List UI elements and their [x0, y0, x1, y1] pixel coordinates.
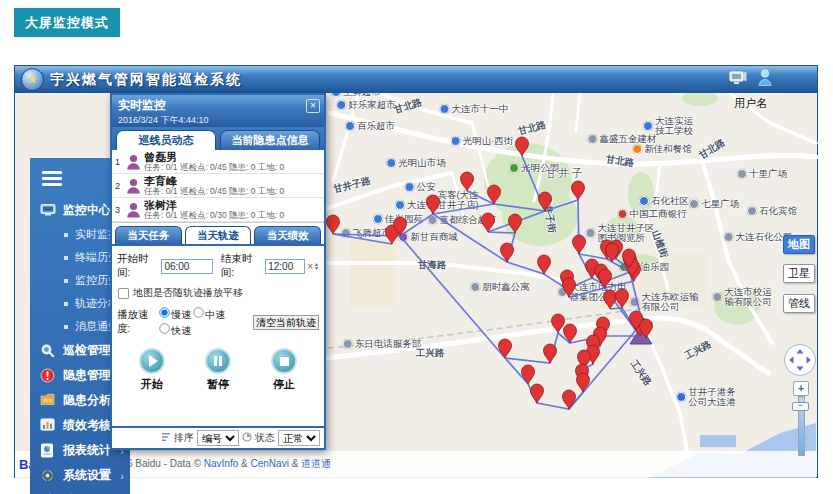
magnifier-icon	[40, 343, 57, 359]
speed-option-中速[interactable]: 中速	[192, 309, 225, 320]
sidebar-item-label: 系统设置	[63, 467, 111, 484]
screen-share-icon[interactable]	[728, 70, 748, 90]
sidebar-item-7[interactable]: 地图工具›	[30, 488, 130, 494]
stop-button[interactable]: 停止	[271, 348, 297, 392]
panel-sub-tab[interactable]: 当天轨迹	[185, 226, 252, 244]
clear-end-time-icon[interactable]: ×	[307, 261, 313, 272]
app-logo-icon: ★	[21, 68, 44, 91]
bullet-icon	[64, 302, 68, 306]
titlebar: ★ 宇兴燃气管网智能巡检系统	[15, 66, 817, 93]
sidebar-item-label: 监控中心	[63, 202, 111, 219]
sidebar-item-label: 隐患分析	[63, 392, 111, 409]
inspector-row[interactable]: 1曾磊男任务: 0/1 巡检点: 0/45 隐患: 0 工地: 0	[112, 150, 324, 174]
pause-icon[interactable]	[205, 348, 231, 374]
sidebar-item-label: 报表统计	[63, 442, 111, 459]
pan-with-track-checkbox[interactable]	[118, 287, 129, 298]
map-type-button-卫星[interactable]: 卫星	[783, 264, 815, 283]
end-time-input[interactable]	[265, 259, 305, 274]
inspector-list: 1曾磊男任务: 0/1 巡检点: 0/45 隐患: 0 工地: 02李育峰任务:…	[112, 150, 324, 223]
pause-button[interactable]: 暂停	[205, 348, 231, 392]
panel-sub-tab[interactable]: 当天绩效	[254, 226, 321, 244]
attribution-link-CenNavi[interactable]: CenNavi	[251, 458, 289, 469]
inspector-stats: 任务: 0/1 巡检点: 0/45 隐患: 0 工地: 0	[144, 163, 284, 172]
panel-sub-tabs: 当天任务当天轨迹当天绩效	[112, 223, 324, 246]
chevron-right-icon: ›	[120, 470, 124, 482]
inspector-stats: 任务: 0/1 巡检点: 0/45 隐患: 0 工地: 0	[144, 187, 284, 196]
panel-tab[interactable]: 巡线员动态	[116, 130, 216, 150]
sidebar-item-6[interactable]: 系统设置›	[30, 463, 130, 488]
inspector-name: 曾磊男	[144, 152, 284, 163]
inspector-name: 李育峰	[144, 176, 284, 187]
bullet-icon	[64, 279, 68, 283]
performance-icon	[40, 418, 57, 434]
gear-icon	[40, 468, 57, 484]
folder-icon	[40, 393, 57, 409]
speed-option-快速[interactable]: 快速	[158, 325, 191, 336]
inspector-index: 3	[115, 205, 123, 215]
control-label: 暂停	[205, 377, 231, 392]
sidebar-item-label: 巡检管理	[63, 342, 111, 359]
alert-icon	[40, 368, 57, 384]
panel-sub-tab[interactable]: 当天任务	[115, 226, 182, 244]
zoom-slider-handle[interactable]: −	[792, 402, 809, 411]
speed-radio[interactable]	[160, 323, 170, 333]
panel-header[interactable]: 实时监控 2016/3/24 下午4:44:10 ×	[112, 95, 324, 127]
person-icon	[126, 202, 141, 218]
playback-controls: 开始暂停停止	[117, 344, 319, 392]
report-icon	[40, 443, 57, 459]
panel-footer: 排序 编号 状态 正常	[112, 426, 324, 448]
control-label: 开始	[139, 377, 165, 392]
monitor-icon	[40, 203, 57, 219]
speed-label: 播放速度:	[117, 308, 158, 336]
attribution-link-NavInfo[interactable]: NavInfo	[204, 458, 238, 469]
app-title: 宇兴燃气管网智能巡检系统	[50, 71, 242, 89]
play-button[interactable]: 开始	[139, 348, 165, 392]
map-type-button-管线[interactable]: 管线	[783, 294, 815, 313]
bullet-icon	[64, 256, 68, 260]
clear-track-button[interactable]: 清空当前轨迹	[253, 315, 319, 330]
zoom-in-button[interactable]: +	[793, 381, 809, 396]
end-time-label: 结束时间:	[221, 252, 262, 280]
inspector-index: 1	[115, 157, 123, 167]
sort-label: 排序	[174, 431, 194, 445]
control-label: 停止	[271, 377, 297, 392]
close-icon[interactable]: ×	[306, 99, 320, 113]
menu-toggle-icon[interactable]	[42, 171, 62, 186]
panel-datetime: 2016/3/24 下午4:44:10	[118, 114, 318, 127]
time-spinner[interactable]: ▲▼	[314, 262, 319, 270]
sidebar-item-label: 隐患管理	[63, 367, 111, 384]
sidebar-item-label: 绩效考核	[63, 417, 111, 434]
bullet-icon	[64, 325, 68, 329]
attribution-link-道道通[interactable]: 道道通	[301, 458, 331, 469]
person-icon	[126, 178, 141, 194]
sort-select[interactable]: 编号	[197, 430, 239, 446]
username-label: 用户名	[734, 96, 767, 111]
panel-title: 实时监控	[118, 97, 318, 114]
stop-icon[interactable]	[271, 348, 297, 374]
speed-options: 慢速中速快速	[158, 306, 252, 338]
speed-option-慢速[interactable]: 慢速	[158, 309, 191, 320]
speed-radio[interactable]	[160, 307, 170, 317]
inspector-row[interactable]: 2李育峰任务: 0/1 巡检点: 0/45 隐患: 0 工地: 0	[112, 174, 324, 198]
status-icon	[242, 432, 252, 444]
screen: 大屏监控模式	[0, 0, 833, 494]
panel-tabs: 巡线员动态当前隐患点信息	[112, 127, 324, 150]
map-pan-control[interactable]	[783, 343, 817, 377]
inspector-name: 张树洋	[144, 200, 284, 211]
realtime-monitor-panel: 实时监控 2016/3/24 下午4:44:10 × 巡线员动态当前隐患点信息 …	[110, 93, 326, 450]
start-time-label: 开始时间:	[117, 252, 158, 280]
inspector-index: 2	[115, 181, 123, 191]
map-type-button-地图[interactable]: 地图	[783, 235, 815, 254]
speed-radio[interactable]	[194, 307, 204, 317]
track-playback-form: 开始时间: 结束时间: × ▲▼ 地图是否随轨迹播放平移 播放速度: 慢速中速快…	[112, 246, 324, 392]
play-icon[interactable]	[139, 348, 165, 374]
status-select[interactable]: 正常	[278, 430, 320, 446]
panel-tab[interactable]: 当前隐患点信息	[220, 130, 320, 150]
pan-with-track-label: 地图是否随轨迹播放平移	[133, 286, 243, 300]
attribution-text: © 2016 Baidu - Data © NavInfo & CenNavi …	[100, 457, 331, 471]
inspector-row[interactable]: 3张树洋任务: 0/1 巡检点: 0/30 隐患: 0 工地: 0	[112, 198, 324, 222]
map-attribution: Bai du 地图 © 2016 Baidu - Data © NavInfo …	[15, 451, 817, 477]
person-icon	[126, 154, 141, 170]
start-time-input[interactable]	[161, 259, 213, 274]
user-icon[interactable]	[757, 69, 773, 91]
